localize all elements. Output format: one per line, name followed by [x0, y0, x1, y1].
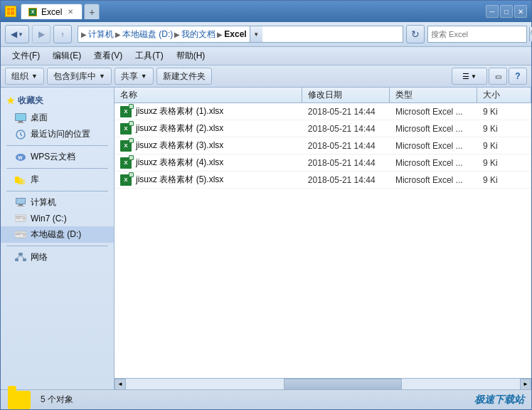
svg-rect-2 [11, 8, 14, 11]
col-header-date[interactable]: 修改日期 [302, 88, 390, 102]
file-type-cell: Microsoft Excel ... [390, 137, 477, 154]
include-library-button[interactable]: 包含到库中 ▼ [47, 68, 112, 85]
excel-file-icon: X [120, 157, 132, 169]
forward-button[interactable]: ▶ [32, 25, 50, 43]
col-header-size[interactable]: 大小 [477, 88, 531, 102]
back-button[interactable]: ◀ ▼ [5, 25, 29, 43]
svg-rect-18 [16, 199, 25, 204]
sidebar-item-library[interactable]: 库 [1, 172, 114, 188]
file-name: jisuxz 表格素材 (3).xlsx [136, 140, 223, 152]
sidebar-item-desktop[interactable]: 桌面 [1, 110, 114, 126]
favorites-star-icon: ★ [6, 95, 15, 106]
wps-icon: W [15, 152, 26, 163]
sidebar-item-local-disk[interactable]: 本地磁盘 (D:) [1, 226, 114, 243]
help-button[interactable]: ? [509, 68, 527, 85]
table-row[interactable]: X jisuxz 表格素材 (3).xlsx 2018-05-21 14:44 … [115, 137, 531, 154]
tab-excel[interactable]: X Excel ✕ [21, 4, 83, 19]
sidebar-item-wps[interactable]: W WPS云文档 [1, 149, 114, 165]
file-size-cell: 9 Ki [477, 103, 531, 120]
sidebar-item-computer[interactable]: 计算机 [1, 194, 114, 211]
organize-label: 组织 [11, 70, 28, 83]
include-library-dropdown-icon: ▼ [99, 73, 105, 80]
breadcrumb-sep-2: ▶ [174, 31, 180, 38]
sidebar-section-wps: W WPS云文档 [1, 149, 114, 165]
table-row[interactable]: X jisuxz 表格素材 (4).xlsx 2018-05-21 14:44 … [115, 154, 531, 172]
col-header-type[interactable]: 类型 [390, 88, 477, 102]
address-dropdown-btn[interactable]: ▼ [250, 26, 262, 42]
up-button[interactable]: ↑ [53, 25, 72, 43]
svg-rect-19 [18, 204, 23, 206]
table-row[interactable]: X jisuxz 表格素材 (1).xlsx 2018-05-21 14:44 … [115, 103, 531, 120]
horizontal-scrollbar[interactable]: ◄ ► [115, 378, 531, 389]
svg-rect-6 [16, 114, 26, 120]
organize-button[interactable]: 组织 ▼ [5, 68, 44, 85]
new-folder-button[interactable]: 新建文件夹 [156, 68, 212, 85]
hscroll-left-button[interactable]: ◄ [115, 379, 126, 390]
preview-icon: ▭ [495, 73, 501, 80]
new-tab-button[interactable]: + [84, 4, 100, 19]
excel-file-icon: X [120, 106, 132, 117]
status-folder-icon [8, 391, 31, 409]
search-bar[interactable]: 🔍 [427, 26, 527, 43]
tab-bar: X Excel ✕ + [21, 4, 482, 19]
maximize-button[interactable]: □ [500, 5, 513, 18]
title-bar: X Excel ✕ + ─ □ ✕ [1, 1, 531, 22]
breadcrumb-excel[interactable]: Excel [224, 29, 246, 39]
svg-rect-1 [7, 8, 10, 11]
file-date-cell: 2018-05-21 14:44 [302, 103, 390, 120]
preview-button[interactable]: ▭ [489, 68, 507, 85]
breadcrumb-drive[interactable]: 本地磁盘 (D:) [122, 28, 173, 41]
svg-rect-32 [15, 258, 18, 261]
svg-rect-25 [16, 218, 21, 219]
menu-help[interactable]: 帮助(H) [171, 48, 211, 63]
breadcrumb-sep-0: ▶ [81, 31, 87, 38]
file-list-header: 名称 修改日期 类型 大小 [115, 88, 531, 103]
svg-rect-31 [18, 253, 23, 256]
breadcrumb-computer[interactable]: 计算机 [88, 28, 114, 41]
sidebar-item-win7[interactable]: Win7 (C:) [1, 211, 114, 226]
close-button[interactable]: ✕ [514, 5, 527, 18]
up-arrow-icon: ↑ [61, 31, 65, 38]
sidebar-divider-3 [6, 191, 108, 191]
sidebar-divider-1 [6, 145, 108, 146]
col-header-name[interactable]: 名称 [115, 88, 302, 102]
sidebar-divider-4 [6, 246, 108, 246]
menu-bar: 文件(F) 编辑(E) 查看(V) 工具(T) 帮助(H) [1, 47, 531, 65]
help-icon: ? [515, 71, 520, 81]
hscroll-thumb[interactable] [284, 379, 402, 390]
menu-file[interactable]: 文件(F) [6, 48, 46, 63]
address-bar[interactable]: ▶ 计算机 ▶ 本地磁盘 (D:) ▶ 我的文档 ▶ Excel ▼ [78, 26, 403, 43]
sidebar-section-library: 库 [1, 172, 114, 188]
watermark: 极速下载站 [474, 394, 524, 406]
sidebar-section-favorites: ★ 收藏夹 桌面 [1, 92, 114, 142]
view-options-button[interactable]: ☰ ▼ [452, 68, 487, 85]
tab-close-btn[interactable]: ✕ [66, 8, 75, 16]
share-button[interactable]: 共享 ▼ [115, 68, 154, 85]
organize-dropdown-icon: ▼ [31, 73, 38, 80]
breadcrumb: ▶ 计算机 ▶ 本地磁盘 (D:) ▶ 我的文档 ▶ Excel [81, 28, 247, 41]
file-name-cell: X jisuxz 表格素材 (2).xlsx [115, 120, 302, 137]
search-input[interactable] [431, 30, 529, 38]
file-date-cell: 2018-05-21 14:44 [302, 154, 390, 171]
minimize-button[interactable]: ─ [486, 5, 499, 18]
sidebar-item-recent[interactable]: 最近访问的位置 [1, 126, 114, 142]
file-list-body: X jisuxz 表格素材 (1).xlsx 2018-05-21 14:44 … [115, 103, 531, 378]
menu-tools[interactable]: 工具(T) [129, 48, 169, 63]
refresh-button[interactable]: ↻ [406, 25, 425, 43]
menu-edit[interactable]: 编辑(E) [47, 48, 87, 63]
win7-drive-icon [15, 213, 26, 224]
file-type-cell: Microsoft Excel ... [390, 120, 477, 137]
menu-view[interactable]: 查看(V) [88, 48, 128, 63]
hscroll-track[interactable] [126, 379, 520, 390]
breadcrumb-sep-3: ▶ [217, 31, 223, 38]
breadcrumb-mydocs[interactable]: 我的文档 [181, 28, 216, 41]
file-type-cell: Microsoft Excel ... [390, 103, 477, 120]
svg-rect-33 [23, 258, 26, 261]
hscroll-right-button[interactable]: ► [520, 379, 531, 390]
svg-point-28 [23, 233, 25, 235]
table-row[interactable]: X jisuxz 表格素材 (5).xlsx 2018-05-21 14:44 … [115, 172, 531, 189]
search-button[interactable]: 🔍 [529, 27, 532, 41]
table-row[interactable]: X jisuxz 表格素材 (2).xlsx 2018-05-21 14:44 … [115, 120, 531, 137]
file-name: jisuxz 表格素材 (4).xlsx [136, 157, 223, 169]
sidebar-item-network[interactable]: 网络 [1, 249, 114, 266]
